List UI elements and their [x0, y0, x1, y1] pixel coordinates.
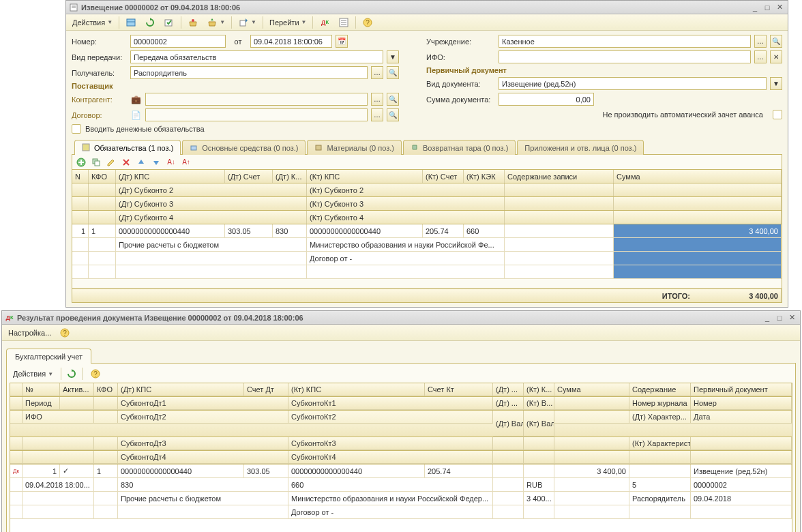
sub-kt4: (Кт) Субконто 4 [307, 211, 505, 224]
calendar-button[interactable]: 📅 [336, 35, 348, 48]
col-dtkps[interactable]: (Дт) КПС [116, 170, 225, 183]
col-n[interactable]: N [72, 170, 89, 183]
maximize-button[interactable]: □ [762, 3, 773, 12]
obligations-icon [82, 143, 91, 153]
help-button[interactable]: ? [359, 16, 376, 29]
col-ktkps[interactable]: (Кт) КПС [307, 170, 423, 183]
toolbar-btn-6[interactable]: ▼ [235, 16, 260, 29]
date-input[interactable]: 09.04.2018 18:00:06 [250, 35, 332, 48]
sort-asc-button[interactable]: A↓ [165, 156, 177, 168]
tab-materials[interactable]: Материалы (0 поз.) [307, 140, 402, 155]
supplier-title: Поставщик [72, 82, 399, 90]
table-row[interactable]: 09.04.2018 18:00... 830 660 RUB 5 000000… [10, 478, 792, 492]
close-button-2[interactable]: ✕ [786, 313, 797, 323]
table-row[interactable]: Прочие расчеты с бюджетом Министерство о… [72, 238, 782, 252]
svg-point-7 [192, 19, 194, 22]
col-kfo[interactable]: КФО [89, 170, 116, 183]
tab-returnable[interactable]: Возвратная тара (0 поз.) [403, 140, 516, 155]
goto-menu[interactable]: Перейти▼ [266, 16, 310, 29]
contract-ellipsis[interactable]: … [371, 108, 383, 121]
main-toolbar: Действия▼ ▼ ▼ Перейти▼ ДК ? [66, 14, 788, 31]
sub-dt3: (Дт) Субконто 3 [116, 197, 307, 210]
add-row-button[interactable] [75, 156, 87, 168]
institution-search[interactable]: 🔍 [770, 35, 782, 48]
table-row[interactable]: Прочие расчеты с бюджетом Министерство о… [10, 492, 792, 505]
transfer-type-dropdown[interactable]: ▼ [387, 50, 399, 63]
doc-type-dropdown[interactable]: ▼ [770, 77, 782, 90]
sub-dt4: (Дт) Субконто 4 [116, 211, 307, 224]
search-icon: 🔍 [389, 69, 397, 76]
tab-fixed-assets[interactable]: Основные средства (0 поз.) [182, 140, 306, 155]
counterparty-ellipsis[interactable]: … [371, 93, 383, 106]
maximize-button-2[interactable]: □ [774, 313, 785, 323]
col-dtk[interactable]: (Дт) К... [273, 170, 307, 183]
svg-rect-3 [127, 19, 135, 26]
table-row[interactable]: Договор от - [10, 505, 792, 519]
tab-obligations[interactable]: Обязательства (1 поз.) [74, 140, 181, 155]
counterparty-search[interactable]: 🔍 [387, 93, 399, 106]
sort-desc-button[interactable]: A↑ [180, 156, 192, 168]
table-row[interactable]: 1 1 00000000000000440 303.05 830 0000000… [72, 224, 782, 238]
col-ktkek[interactable]: (Кт) КЭК [464, 170, 505, 183]
toolbar-2: Настройка... ? [2, 325, 800, 341]
institution-input[interactable]: Казенное [499, 35, 751, 48]
materials-icon [314, 143, 324, 153]
enter-money-label: Вводить денежные обязательства [85, 125, 205, 133]
toolbar-btn-4[interactable] [184, 16, 202, 29]
table-row[interactable]: Дк 1 ✓ 1 00000000000000440 303.05 000000… [10, 464, 792, 478]
ifo-ellipsis[interactable]: … [754, 50, 767, 63]
actions-menu-2[interactable]: Действия▼ [10, 367, 57, 381]
institution-label: Учреждение: [426, 38, 494, 46]
settings-button[interactable]: Настройка... [5, 326, 55, 340]
toolbar-btn-3[interactable] [160, 16, 178, 29]
basket-icon [188, 17, 198, 28]
doc-type-select[interactable]: Извещение (ред.52н) [499, 77, 767, 90]
svg-text:?: ? [366, 19, 370, 27]
tab-attachments[interactable]: Приложения и отв. лица (0 поз.) [517, 140, 644, 155]
minimize-button[interactable]: _ [749, 3, 760, 12]
actions-menu[interactable]: Действия▼ [69, 16, 116, 29]
toolbar-btn-dk[interactable]: ДК [316, 16, 333, 29]
table-row[interactable]: Договор от - [72, 252, 782, 265]
counterparty-input[interactable] [145, 93, 368, 106]
toolbar-btn-1[interactable] [122, 16, 140, 29]
institution-ellipsis[interactable]: … [754, 35, 767, 48]
table-icon [125, 17, 136, 28]
refresh-button-2[interactable] [65, 368, 78, 380]
counterparty-icon: 💼 [130, 94, 141, 105]
transfer-type-select[interactable]: Передача обязательств [130, 50, 383, 63]
ifo-input[interactable] [499, 50, 751, 63]
recipient-ellipsis[interactable]: … [371, 66, 383, 79]
col-dtacct[interactable]: (Дт) Счет [225, 170, 273, 183]
minimize-button-2[interactable]: _ [762, 313, 773, 323]
close-button[interactable]: ✕ [774, 3, 785, 12]
recipient-search[interactable]: 🔍 [387, 66, 399, 79]
footer-label: ИТОГО: [72, 289, 693, 302]
move-down-button[interactable] [150, 156, 162, 168]
doc-sum-input[interactable]: 0,00 [499, 93, 594, 106]
contract-search[interactable]: 🔍 [387, 108, 399, 121]
toolbar-btn-7[interactable] [335, 16, 353, 29]
contract-label: Договор: [72, 111, 126, 119]
edit-row-button[interactable] [105, 156, 117, 168]
ifo-clear[interactable]: ✕ [770, 50, 782, 63]
number-input[interactable]: 00000002 [130, 35, 226, 48]
window2-title: Результат проведения документа Извещение… [17, 314, 762, 322]
delete-row-button[interactable] [120, 156, 132, 168]
table-row[interactable] [72, 265, 782, 279]
help-button-3[interactable]: ? [87, 367, 104, 381]
move-up-button[interactable] [135, 156, 147, 168]
help-button-2[interactable]: ? [56, 326, 74, 340]
recipient-input[interactable]: Распорядитель [130, 66, 368, 79]
obligations-grid: N КФО (Дт) КПС (Дт) Счет (Дт) К... (Кт) … [72, 170, 782, 303]
col-ktacct[interactable]: (Кт) Счет [423, 170, 464, 183]
contract-input[interactable] [145, 108, 368, 121]
enter-money-checkbox[interactable] [72, 124, 81, 134]
toolbar-btn-5[interactable]: ▼ [203, 16, 228, 29]
col-content[interactable]: Содержание записи [505, 170, 614, 183]
col-sum[interactable]: Сумма [614, 170, 782, 183]
toolbar-btn-2[interactable] [141, 16, 159, 29]
no-auto-offset-checkbox[interactable] [773, 110, 782, 119]
copy-row-button[interactable] [90, 156, 102, 168]
tab-accounting[interactable]: Бухгалтерский учет [6, 349, 91, 364]
